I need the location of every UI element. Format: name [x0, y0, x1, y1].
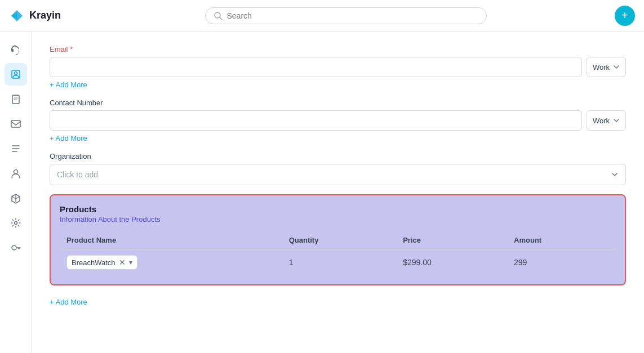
- contact-label: Contact Number: [50, 99, 626, 107]
- list-icon: [10, 143, 21, 154]
- email-type-select[interactable]: Work: [587, 57, 626, 77]
- contact-section: Contact Number Work + Add More: [50, 99, 626, 143]
- svg-rect-5: [11, 120, 20, 127]
- svg-line-1: [220, 17, 222, 20]
- col-quantity: Quantity: [282, 231, 396, 249]
- sidebar-item-contacts[interactable]: [5, 63, 27, 86]
- product-chevron-icon[interactable]: ▾: [129, 258, 132, 266]
- search-input[interactable]: [227, 11, 478, 20]
- org-label: Organization: [50, 152, 626, 160]
- svg-point-6: [14, 170, 17, 174]
- amount-cell: 299: [507, 249, 616, 276]
- contact-add-more[interactable]: + Add More: [50, 134, 87, 142]
- products-table: Product Name Quantity Price Amount Breac…: [60, 231, 616, 275]
- org-section: Organization Click to add: [50, 152, 626, 185]
- col-amount: Amount: [507, 231, 616, 249]
- logo-icon: [9, 8, 25, 24]
- sidebar-item-support[interactable]: [5, 38, 27, 61]
- col-product-name: Product Name: [60, 231, 282, 249]
- logo: Krayin: [9, 8, 77, 24]
- product-name-cell: BreachWatch ✕ ▾: [60, 249, 282, 276]
- box-icon: [10, 193, 21, 204]
- clipboard-icon: [10, 93, 21, 105]
- products-subtitle: Information About the Products: [60, 215, 616, 224]
- table-header-row: Product Name Quantity Price Amount: [60, 231, 616, 249]
- table-row: BreachWatch ✕ ▾ 1 $299.00 299: [60, 249, 616, 276]
- sidebar-item-packages[interactable]: [5, 187, 27, 209]
- sidebar-item-tasks[interactable]: [5, 88, 27, 110]
- sidebar-item-mail[interactable]: [5, 113, 27, 135]
- email-add-more[interactable]: + Add More: [50, 81, 87, 89]
- email-input-row: Work: [50, 57, 626, 77]
- col-price: Price: [396, 231, 507, 249]
- settings-icon: [10, 217, 21, 229]
- contact-type-select[interactable]: Work: [587, 110, 626, 131]
- sidebar: [0, 32, 32, 353]
- product-remove-icon[interactable]: ✕: [119, 258, 126, 267]
- product-name-label: BreachWatch: [72, 258, 116, 267]
- contacts-icon: [10, 69, 21, 80]
- sidebar-item-keys[interactable]: [5, 236, 27, 259]
- products-title: Products: [60, 204, 616, 214]
- key-icon: [10, 242, 21, 253]
- search-icon: [214, 11, 223, 20]
- logo-text: Krayin: [29, 10, 61, 21]
- svg-point-3: [14, 72, 17, 75]
- contact-input[interactable]: [50, 110, 582, 131]
- email-label: Email *: [50, 45, 626, 53]
- svg-point-8: [12, 245, 16, 250]
- svg-point-7: [14, 222, 17, 225]
- topbar: Krayin +: [0, 0, 644, 32]
- chevron-down-icon: [613, 117, 620, 124]
- sidebar-item-lists[interactable]: [5, 137, 27, 160]
- quantity-cell: 1: [282, 249, 396, 276]
- email-section: Email * Work + Add More: [50, 45, 626, 90]
- products-add-more[interactable]: + Add More: [50, 298, 87, 306]
- sidebar-item-person[interactable]: [5, 162, 27, 185]
- chevron-down-icon: [613, 64, 620, 70]
- main-content: Email * Work + Add More Contact Number W…: [32, 32, 644, 353]
- headset-icon: [10, 44, 21, 55]
- products-section: Products Information About the Products …: [50, 194, 626, 285]
- mail-icon: [10, 118, 21, 129]
- product-tag[interactable]: BreachWatch ✕ ▾: [66, 255, 137, 270]
- contact-input-row: Work: [50, 110, 626, 131]
- layout: Email * Work + Add More Contact Number W…: [0, 32, 644, 353]
- person-icon: [10, 168, 21, 179]
- search-bar[interactable]: [205, 7, 487, 24]
- chevron-down-icon: [611, 171, 619, 178]
- price-cell: $299.00: [396, 249, 507, 276]
- add-button[interactable]: +: [615, 6, 635, 26]
- sidebar-item-settings[interactable]: [5, 212, 27, 234]
- org-select[interactable]: Click to add: [50, 164, 626, 185]
- email-input[interactable]: [50, 57, 582, 77]
